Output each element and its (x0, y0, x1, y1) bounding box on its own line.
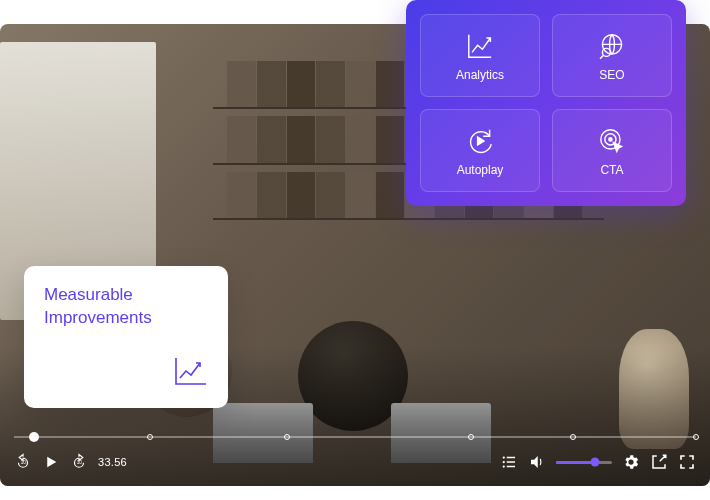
seo-icon (596, 30, 628, 62)
feature-label: Analytics (456, 68, 504, 82)
chapters-button[interactable] (500, 453, 518, 471)
svg-rect-7 (507, 466, 515, 468)
analytics-icon (464, 30, 496, 62)
svg-text:10: 10 (21, 460, 27, 465)
growth-chart-icon (174, 356, 208, 390)
volume-button[interactable] (528, 453, 546, 471)
rewind-10-button[interactable]: 10 (14, 453, 32, 471)
feature-label: SEO (599, 68, 624, 82)
svg-point-4 (503, 461, 505, 463)
svg-point-6 (503, 465, 505, 467)
autoplay-icon (464, 125, 496, 157)
player-controls: 10 10 33.56 (0, 438, 710, 486)
feature-cta[interactable]: CTA (552, 109, 672, 192)
time-display: 33.56 (98, 456, 127, 468)
settings-button[interactable] (622, 453, 640, 471)
info-card-title: Measurable Improvements (44, 284, 208, 330)
cta-icon (596, 125, 628, 157)
play-button[interactable] (42, 453, 60, 471)
feature-seo[interactable]: SEO (552, 14, 672, 97)
svg-rect-3 (507, 457, 515, 459)
forward-10-button[interactable]: 10 (70, 453, 88, 471)
feature-analytics[interactable]: Analytics (420, 14, 540, 97)
svg-point-2 (503, 456, 505, 458)
share-button[interactable] (650, 453, 668, 471)
volume-slider[interactable] (556, 461, 612, 464)
feature-grid: Analytics SEO Autoplay CTA (406, 0, 686, 206)
svg-point-12 (609, 137, 612, 140)
svg-text:10: 10 (77, 460, 83, 465)
feature-autoplay[interactable]: Autoplay (420, 109, 540, 192)
feature-label: CTA (600, 163, 623, 177)
feature-label: Autoplay (457, 163, 504, 177)
fullscreen-button[interactable] (678, 453, 696, 471)
measurable-improvements-card[interactable]: Measurable Improvements (24, 266, 228, 408)
svg-rect-5 (507, 461, 515, 463)
